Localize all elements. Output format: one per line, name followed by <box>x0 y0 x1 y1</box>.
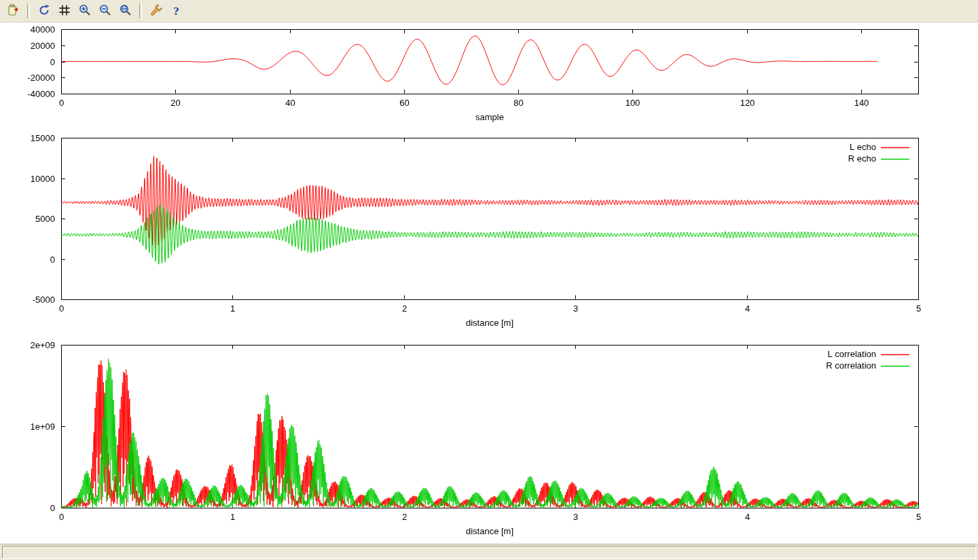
zoom-out-button[interactable] <box>96 3 114 20</box>
toolbar: ? <box>0 0 978 22</box>
zoom-out-icon <box>98 3 112 19</box>
zoom-reset-button[interactable] <box>116 3 134 20</box>
toolbar-separator <box>139 3 142 18</box>
replot-icon <box>37 3 51 19</box>
copy-plot-button[interactable] <box>4 3 22 20</box>
gnuplot-window: ? <box>0 0 978 560</box>
help-button[interactable]: ? <box>167 3 185 20</box>
grid-icon <box>58 3 71 19</box>
help-icon: ? <box>173 5 179 17</box>
zoom-in-button[interactable] <box>75 3 94 20</box>
copy-plot-icon <box>7 3 20 19</box>
correlation-chart-canvas[interactable] <box>0 337 978 544</box>
toolbar-separator <box>27 3 30 18</box>
echo-chart-canvas[interactable] <box>0 128 978 337</box>
replot-button[interactable] <box>35 3 53 20</box>
grid-toggle-button[interactable] <box>55 3 73 20</box>
zoom-reset-icon <box>119 3 132 19</box>
plot-area <box>0 22 978 544</box>
wrench-icon <box>149 3 163 19</box>
pulse-chart-canvas[interactable] <box>0 22 978 128</box>
zoom-in-icon <box>78 3 92 19</box>
status-text <box>2 546 976 559</box>
status-bar <box>0 544 978 560</box>
settings-button[interactable] <box>147 3 165 20</box>
